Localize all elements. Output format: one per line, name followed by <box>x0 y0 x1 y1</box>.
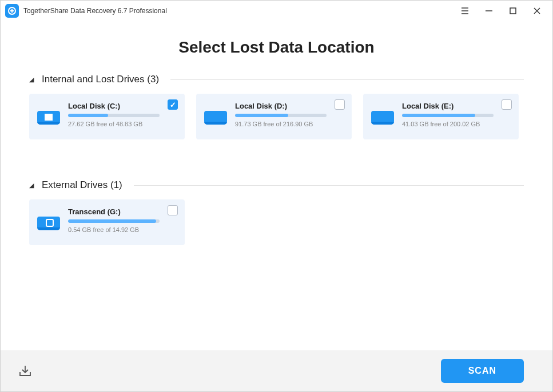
drive-info: Transcend (G:) 0.54 GB free of 14.92 GB <box>68 207 177 237</box>
drive-checkbox[interactable] <box>168 99 178 110</box>
drive-icon <box>37 212 60 230</box>
titlebar-controls <box>460 6 548 16</box>
drive-card[interactable]: Local Disk (D:) 91.73 GB free of 216.90 … <box>196 94 352 139</box>
drive-space: 41.03 GB free of 200.02 GB <box>402 121 511 127</box>
chevron-down-icon: ◢ <box>29 76 34 83</box>
download-icon[interactable] <box>18 363 33 378</box>
drive-icon <box>371 106 394 125</box>
drive-card[interactable]: Local Disk (C:) 27.62 GB free of 48.83 G… <box>29 94 185 139</box>
drive-name: Local Disk (D:) <box>235 102 344 110</box>
internal-drives-grid: Local Disk (C:) 27.62 GB free of 48.83 G… <box>29 94 524 139</box>
external-drives-grid: Transcend (G:) 0.54 GB free of 14.92 GB <box>29 199 524 245</box>
drive-info: Local Disk (D:) 91.73 GB free of 216.90 … <box>235 102 344 131</box>
usage-bar <box>68 219 160 223</box>
drive-name: Transcend (G:) <box>68 207 177 216</box>
section-external-label: External Drives (1) <box>42 179 122 191</box>
menu-icon[interactable] <box>460 6 470 16</box>
maximize-icon[interactable] <box>508 6 518 16</box>
drive-card[interactable]: Transcend (G:) 0.54 GB free of 14.92 GB <box>29 199 185 245</box>
app-logo-icon <box>5 4 19 18</box>
drive-name: Local Disk (E:) <box>402 102 511 110</box>
section-internal-header[interactable]: ◢ Internal and Lost Drives (3) <box>29 74 524 85</box>
drive-icon <box>37 106 60 125</box>
drive-checkbox[interactable] <box>502 99 512 110</box>
drive-name: Local Disk (C:) <box>68 102 177 110</box>
drive-info: Local Disk (E:) 41.03 GB free of 200.02 … <box>402 102 511 131</box>
usage-bar <box>235 114 327 117</box>
section-external-header[interactable]: ◢ External Drives (1) <box>29 179 524 191</box>
scan-button[interactable]: SCAN <box>441 359 524 383</box>
main-content: Select Lost Data Location ◢ Internal and… <box>1 21 552 350</box>
drive-info: Local Disk (C:) 27.62 GB free of 48.83 G… <box>68 102 177 131</box>
app-title: TogetherShare Data Recovery 6.7 Professi… <box>23 7 460 15</box>
svg-rect-7 <box>510 8 516 14</box>
usage-bar <box>68 114 160 117</box>
drive-space: 91.73 GB free of 216.90 GB <box>235 121 344 127</box>
drive-space: 27.62 GB free of 48.83 GB <box>68 121 177 127</box>
section-internal-label: Internal and Lost Drives (3) <box>42 74 159 85</box>
usage-bar <box>402 114 494 117</box>
drive-checkbox[interactable] <box>335 99 345 110</box>
drive-card[interactable]: Local Disk (E:) 41.03 GB free of 200.02 … <box>363 94 519 139</box>
drive-icon <box>204 106 227 125</box>
minimize-icon[interactable] <box>484 6 494 16</box>
chevron-down-icon: ◢ <box>29 182 34 189</box>
divider <box>134 185 524 186</box>
drive-space: 0.54 GB free of 14.92 GB <box>68 226 177 233</box>
page-title: Select Lost Data Location <box>29 38 524 57</box>
close-icon[interactable] <box>532 6 542 16</box>
divider <box>170 79 524 80</box>
titlebar: TogetherShare Data Recovery 6.7 Professi… <box>1 1 552 21</box>
drive-checkbox[interactable] <box>168 205 178 215</box>
footer: SCAN <box>1 350 552 391</box>
